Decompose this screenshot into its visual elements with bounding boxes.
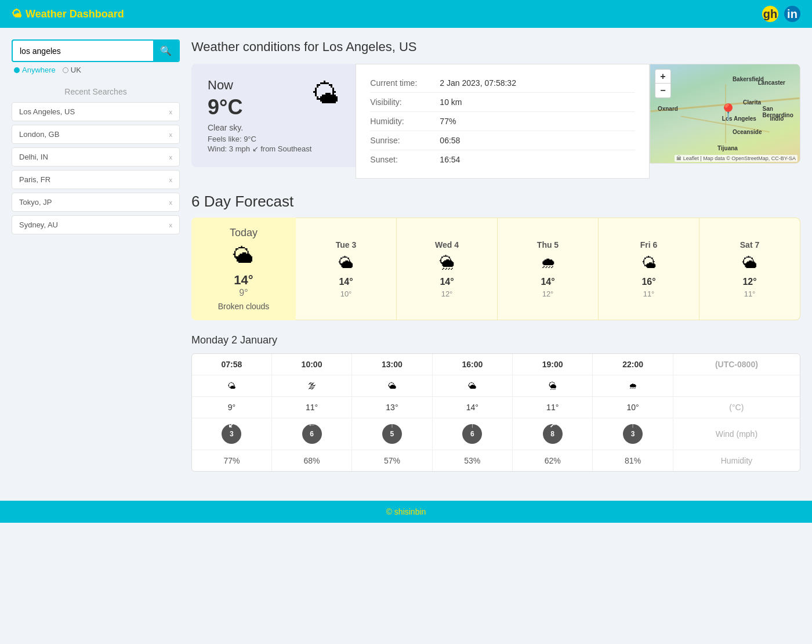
wind-dir-arrow: ↗	[549, 420, 556, 429]
now-description: Clear sky.	[208, 123, 311, 132]
recent-searches-title: Recent Searches	[12, 78, 180, 102]
hourly-temp-cell: 13°	[352, 397, 432, 418]
wind-dir-arrow: ↑	[470, 420, 474, 429]
hourly-icon-cell: 🌧	[593, 375, 673, 397]
filter-circle	[63, 67, 68, 73]
recent-item[interactable]: Tokyo, JPx	[12, 193, 180, 212]
recent-item[interactable]: Delhi, INx	[12, 147, 180, 167]
filter-anywhere[interactable]: Anywhere	[14, 66, 56, 74]
wind-speed: 6	[470, 430, 474, 438]
hourly-temp-cell: 10°	[593, 397, 673, 418]
humidity-unit-label: Humidity	[673, 450, 800, 472]
forecast-today-icon: 🌥	[233, 244, 254, 268]
now-wind: Wind: 3 mph ↙ from Southeast	[208, 144, 311, 153]
detail-label: Current time:	[370, 78, 428, 88]
forecast-day-icon: 🌥	[742, 254, 757, 272]
forecast-today-desc: Broken clouds	[218, 302, 270, 311]
hourly-temp-cell: 11°	[271, 397, 351, 418]
hourly-table: 07:5810:0013:0016:0019:0022:00(UTC-0800)…	[192, 354, 800, 471]
forecast-day-high: 14°	[339, 277, 353, 287]
forecast-day[interactable]: Fri 6 🌤 16° 11°	[599, 218, 699, 320]
forecast-day-low: 10°	[340, 290, 352, 298]
recent-item-label: London, GB	[19, 130, 59, 139]
detail-label: Sunset:	[370, 155, 428, 164]
map-card: Bakersfield Lancaster Oxnard Clarita San…	[650, 64, 800, 164]
hourly-time-header: 07:58	[192, 354, 271, 375]
hourly-table-wrap: 07:5810:0013:0016:0019:0022:00(UTC-0800)…	[191, 353, 800, 472]
linkedin-icon[interactable]: in	[784, 6, 800, 22]
search-bar: 🔍	[12, 39, 180, 62]
filter-uk[interactable]: UK	[63, 66, 81, 74]
recent-item-remove[interactable]: x	[169, 108, 173, 115]
forecast-day-label: Wed 4	[435, 240, 459, 249]
hourly-humidity-cell: 62%	[513, 450, 593, 472]
hourly-humidity-cell: 81%	[593, 450, 673, 472]
now-feels: Feels like: 9°C	[208, 135, 311, 143]
wind-speed: 3	[631, 430, 635, 438]
hourly-wind-cell: ← 6	[271, 418, 351, 450]
map-zoom-out[interactable]: −	[655, 84, 670, 97]
forecast-day-high: 12°	[742, 277, 756, 287]
now-temp: 9°C	[208, 95, 311, 120]
detail-row: Current time:2 Jan 2023, 07:58:32	[370, 74, 635, 93]
footer-text: © shisinbin	[386, 507, 426, 516]
hourly-time-header: 10:00	[271, 354, 351, 375]
hourly-icon-cell: 🌥	[352, 375, 432, 397]
header-icons: gh in	[762, 6, 800, 22]
forecast-day[interactable]: Tue 3 🌥 14° 10°	[296, 218, 397, 320]
detail-row: Sunrise:06:58	[370, 131, 635, 150]
recent-item-remove[interactable]: x	[169, 154, 173, 161]
hourly-humidity-cell: 68%	[271, 450, 351, 472]
wind-speed: 3	[230, 430, 234, 438]
detail-value: 16:54	[440, 155, 460, 164]
forecast-day-low: 12°	[542, 290, 554, 298]
map-label-tijuana: Tijuana	[717, 145, 738, 151]
hourly-time-header: 13:00	[352, 354, 432, 375]
recent-item[interactable]: London, GBx	[12, 125, 180, 144]
detail-row: Sunset:16:54	[370, 150, 635, 169]
detail-value: 10 km	[440, 97, 462, 107]
forecast-day[interactable]: Thu 5 🌧 14° 12°	[498, 218, 599, 320]
hourly-temp-cell: 11°	[513, 397, 593, 418]
forecast-day-high: 14°	[440, 277, 454, 287]
recent-item-label: Paris, FR	[19, 175, 50, 184]
hourly-icon-cell: 🌫	[271, 375, 351, 397]
forecast-day[interactable]: Wed 4 🌦 14° 12°	[397, 218, 498, 320]
hourly-time-header: 19:00	[513, 354, 593, 375]
recent-item-remove[interactable]: x	[169, 176, 173, 183]
forecast-day-label: Thu 5	[537, 240, 559, 249]
recent-item[interactable]: Paris, FRx	[12, 170, 180, 189]
forecast-row: Today 🌥 14° 9° Broken clouds Tue 3 🌥 14°…	[191, 218, 800, 320]
detail-row: Visibility:10 km	[370, 93, 635, 112]
top-row: Now 9°C Clear sky. Feels like: 9°C Wind:…	[191, 64, 800, 179]
github-icon[interactable]: gh	[762, 6, 778, 22]
search-input[interactable]	[13, 42, 153, 60]
recent-item-label: Tokyo, JP	[19, 198, 52, 207]
hourly-title: Monday 2 January	[191, 334, 800, 346]
map-zoom-in[interactable]: +	[655, 70, 670, 84]
map-label-lancaster: Lancaster	[758, 79, 785, 86]
wind-speed: 8	[550, 430, 554, 438]
recent-item-remove[interactable]: x	[169, 131, 173, 138]
recent-item-label: Los Angeles, US	[19, 107, 75, 116]
hourly-wind-cell: ↑ 3	[593, 418, 673, 450]
wind-dir-arrow: ↙	[228, 420, 235, 429]
main-container: 🔍 Anywhere UK Recent Searches Los Angele…	[0, 28, 812, 483]
forecast-day-low: 11°	[643, 290, 655, 298]
now-label: Now	[208, 78, 311, 93]
recent-item-remove[interactable]: x	[169, 199, 173, 206]
hourly-humidity-cell: 53%	[432, 450, 512, 472]
hourly-wind-cell: ↗ 8	[513, 418, 593, 450]
search-button[interactable]: 🔍	[153, 41, 179, 61]
recent-item-remove[interactable]: x	[169, 222, 173, 229]
hourly-wind-cell: ↑ 6	[432, 418, 512, 450]
detail-label: Sunrise:	[370, 136, 428, 145]
forecast-day-icon: 🌤	[641, 254, 657, 272]
detail-value: 2 Jan 2023, 07:58:32	[440, 78, 516, 88]
recent-item[interactable]: Sydney, AUx	[12, 215, 180, 234]
forecast-day[interactable]: Sat 7 🌥 12° 11°	[699, 218, 800, 320]
hourly-timezone: (UTC-0800)	[673, 354, 800, 375]
recent-item[interactable]: Los Angeles, USx	[12, 102, 180, 121]
forecast-days: Tue 3 🌥 14° 10° Wed 4 🌦 14° 12° Thu 5 🌧 …	[296, 218, 800, 320]
map-label-oceanside: Oceanside	[733, 129, 762, 135]
